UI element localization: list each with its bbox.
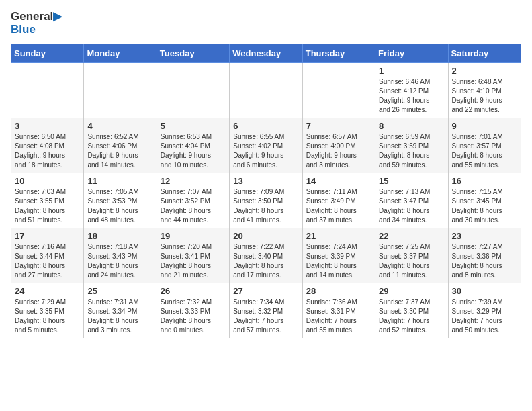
- day-cell: 23Sunrise: 7:27 AMSunset: 3:36 PMDayligh…: [448, 228, 521, 283]
- day-cell: [11, 63, 84, 118]
- day-number: 27: [233, 286, 298, 296]
- day-number: 20: [233, 231, 298, 241]
- day-number: 22: [379, 231, 444, 241]
- day-info: Sunrise: 7:18 AMSunset: 3:43 PMDaylight:…: [87, 242, 152, 280]
- week-row-3: 10Sunrise: 7:03 AMSunset: 3:55 PMDayligh…: [11, 173, 521, 228]
- header-cell-friday: Friday: [375, 44, 448, 63]
- day-cell: 22Sunrise: 7:25 AMSunset: 3:37 PMDayligh…: [375, 228, 448, 283]
- day-number: 28: [306, 286, 371, 296]
- day-info: Sunrise: 6:57 AMSunset: 4:00 PMDaylight:…: [306, 132, 371, 170]
- header-cell-thursday: Thursday: [302, 44, 375, 63]
- day-info: Sunrise: 7:24 AMSunset: 3:39 PMDaylight:…: [306, 242, 371, 280]
- day-number: 23: [452, 231, 517, 241]
- day-info: Sunrise: 7:29 AMSunset: 3:35 PMDaylight:…: [15, 298, 80, 335]
- day-number: 7: [306, 121, 371, 131]
- day-info: Sunrise: 7:09 AMSunset: 3:50 PMDaylight:…: [233, 187, 298, 225]
- day-info: Sunrise: 7:22 AMSunset: 3:40 PMDaylight:…: [233, 242, 298, 280]
- day-cell: 18Sunrise: 7:18 AMSunset: 3:43 PMDayligh…: [84, 228, 157, 283]
- day-cell: 5Sunrise: 6:53 AMSunset: 4:04 PMDaylight…: [157, 118, 229, 173]
- day-number: 29: [379, 286, 444, 296]
- day-info: Sunrise: 6:55 AMSunset: 4:02 PMDaylight:…: [233, 132, 298, 170]
- day-cell: 30Sunrise: 7:39 AMSunset: 3:29 PMDayligh…: [448, 283, 521, 338]
- day-number: 12: [161, 176, 226, 186]
- day-number: 14: [306, 176, 371, 186]
- day-number: 3: [15, 121, 80, 131]
- day-cell: 6Sunrise: 6:55 AMSunset: 4:02 PMDaylight…: [230, 118, 302, 173]
- day-cell: 14Sunrise: 7:11 AMSunset: 3:49 PMDayligh…: [302, 173, 375, 228]
- day-cell: 8Sunrise: 6:59 AMSunset: 3:59 PMDaylight…: [375, 118, 448, 173]
- day-info: Sunrise: 7:37 AMSunset: 3:30 PMDaylight:…: [379, 298, 444, 335]
- header-cell-monday: Monday: [84, 44, 157, 63]
- day-cell: 21Sunrise: 7:24 AMSunset: 3:39 PMDayligh…: [302, 228, 375, 283]
- day-info: Sunrise: 7:31 AMSunset: 3:34 PMDaylight:…: [87, 298, 152, 335]
- day-number: 16: [452, 176, 517, 186]
- day-number: 5: [161, 121, 226, 131]
- week-row-4: 17Sunrise: 7:16 AMSunset: 3:44 PMDayligh…: [11, 228, 521, 283]
- day-number: 11: [87, 176, 152, 186]
- day-cell: 9Sunrise: 7:01 AMSunset: 3:57 PMDaylight…: [448, 118, 521, 173]
- day-cell: 4Sunrise: 6:52 AMSunset: 4:06 PMDaylight…: [84, 118, 157, 173]
- day-cell: 28Sunrise: 7:36 AMSunset: 3:31 PMDayligh…: [302, 283, 375, 338]
- day-number: 13: [233, 176, 298, 186]
- day-number: 4: [87, 121, 152, 131]
- day-number: 10: [15, 176, 80, 186]
- header: General▶ Blue: [11, 11, 521, 36]
- day-cell: 1Sunrise: 6:46 AMSunset: 4:12 PMDaylight…: [375, 63, 448, 118]
- day-info: Sunrise: 7:01 AMSunset: 3:57 PMDaylight:…: [452, 132, 517, 170]
- day-cell: [302, 63, 375, 118]
- day-cell: 20Sunrise: 7:22 AMSunset: 3:40 PMDayligh…: [230, 228, 302, 283]
- day-info: Sunrise: 7:39 AMSunset: 3:29 PMDaylight:…: [452, 298, 517, 335]
- day-cell: [230, 63, 302, 118]
- day-number: 21: [306, 231, 371, 241]
- day-info: Sunrise: 7:07 AMSunset: 3:52 PMDaylight:…: [161, 187, 226, 225]
- day-number: 8: [379, 121, 444, 131]
- day-number: 2: [452, 66, 517, 76]
- day-cell: 19Sunrise: 7:20 AMSunset: 3:41 PMDayligh…: [157, 228, 229, 283]
- day-info: Sunrise: 7:34 AMSunset: 3:32 PMDaylight:…: [233, 298, 298, 335]
- day-number: 18: [87, 231, 152, 241]
- day-info: Sunrise: 7:15 AMSunset: 3:45 PMDaylight:…: [452, 187, 517, 225]
- day-cell: 29Sunrise: 7:37 AMSunset: 3:30 PMDayligh…: [375, 283, 448, 338]
- day-info: Sunrise: 6:46 AMSunset: 4:12 PMDaylight:…: [379, 77, 444, 115]
- day-info: Sunrise: 6:52 AMSunset: 4:06 PMDaylight:…: [87, 132, 152, 170]
- calendar-table: SundayMondayTuesdayWednesdayThursdayFrid…: [11, 44, 521, 338]
- day-cell: 7Sunrise: 6:57 AMSunset: 4:00 PMDaylight…: [302, 118, 375, 173]
- day-cell: 25Sunrise: 7:31 AMSunset: 3:34 PMDayligh…: [84, 283, 157, 338]
- header-row: SundayMondayTuesdayWednesdayThursdayFrid…: [11, 44, 521, 63]
- day-cell: 24Sunrise: 7:29 AMSunset: 3:35 PMDayligh…: [11, 283, 84, 338]
- day-cell: 11Sunrise: 7:05 AMSunset: 3:53 PMDayligh…: [84, 173, 157, 228]
- day-cell: 3Sunrise: 6:50 AMSunset: 4:08 PMDaylight…: [11, 118, 84, 173]
- day-cell: 15Sunrise: 7:13 AMSunset: 3:47 PMDayligh…: [375, 173, 448, 228]
- week-row-1: 1Sunrise: 6:46 AMSunset: 4:12 PMDaylight…: [11, 63, 521, 118]
- day-cell: 13Sunrise: 7:09 AMSunset: 3:50 PMDayligh…: [230, 173, 302, 228]
- day-info: Sunrise: 7:03 AMSunset: 3:55 PMDaylight:…: [15, 187, 80, 225]
- day-number: 17: [15, 231, 80, 241]
- week-row-2: 3Sunrise: 6:50 AMSunset: 4:08 PMDaylight…: [11, 118, 521, 173]
- week-row-5: 24Sunrise: 7:29 AMSunset: 3:35 PMDayligh…: [11, 283, 521, 338]
- header-cell-sunday: Sunday: [11, 44, 84, 63]
- day-cell: 10Sunrise: 7:03 AMSunset: 3:55 PMDayligh…: [11, 173, 84, 228]
- day-info: Sunrise: 7:16 AMSunset: 3:44 PMDaylight:…: [15, 242, 80, 280]
- day-cell: 27Sunrise: 7:34 AMSunset: 3:32 PMDayligh…: [230, 283, 302, 338]
- day-info: Sunrise: 6:53 AMSunset: 4:04 PMDaylight:…: [161, 132, 226, 170]
- day-info: Sunrise: 7:05 AMSunset: 3:53 PMDaylight:…: [87, 187, 152, 225]
- day-cell: 2Sunrise: 6:48 AMSunset: 4:10 PMDaylight…: [448, 63, 521, 118]
- day-number: 15: [379, 176, 444, 186]
- day-number: 30: [452, 286, 517, 296]
- day-info: Sunrise: 7:13 AMSunset: 3:47 PMDaylight:…: [379, 187, 444, 225]
- day-number: 19: [161, 231, 226, 241]
- day-cell: 12Sunrise: 7:07 AMSunset: 3:52 PMDayligh…: [157, 173, 229, 228]
- header-cell-wednesday: Wednesday: [230, 44, 302, 63]
- day-info: Sunrise: 7:11 AMSunset: 3:49 PMDaylight:…: [306, 187, 371, 225]
- day-number: 1: [379, 66, 444, 76]
- day-number: 6: [233, 121, 298, 131]
- day-number: 24: [15, 286, 80, 296]
- day-number: 26: [161, 286, 226, 296]
- day-cell: [157, 63, 229, 118]
- logo: General▶ Blue: [11, 11, 62, 36]
- day-info: Sunrise: 6:59 AMSunset: 3:59 PMDaylight:…: [379, 132, 444, 170]
- day-info: Sunrise: 7:20 AMSunset: 3:41 PMDaylight:…: [161, 242, 226, 280]
- day-cell: [84, 63, 157, 118]
- day-info: Sunrise: 7:32 AMSunset: 3:33 PMDaylight:…: [161, 298, 226, 335]
- day-info: Sunrise: 6:48 AMSunset: 4:10 PMDaylight:…: [452, 77, 517, 115]
